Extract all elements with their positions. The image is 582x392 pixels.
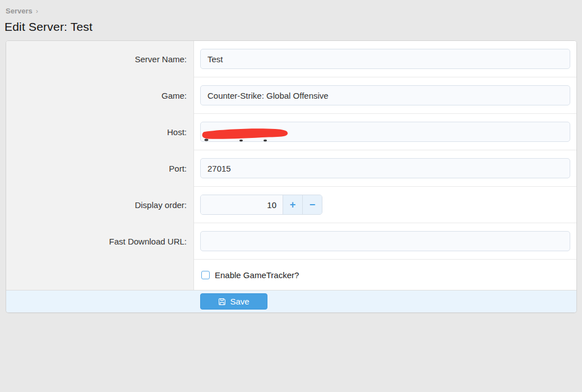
increment-button[interactable]: + bbox=[283, 195, 302, 214]
save-button[interactable]: Save bbox=[200, 293, 267, 310]
form-row-port: Port: bbox=[6, 150, 576, 187]
server-name-input[interactable] bbox=[200, 49, 570, 69]
breadcrumb-servers-link[interactable]: Servers bbox=[6, 7, 33, 15]
form-row-server-name: Server Name: bbox=[6, 41, 576, 77]
gametracker-input-cell: Enable GameTracker? bbox=[194, 260, 576, 290]
host-label: Host: bbox=[167, 127, 187, 137]
port-label-cell: Port: bbox=[6, 150, 194, 187]
host-input-cell bbox=[194, 114, 576, 150]
edit-server-form-card: Server Name: Game: Host: bbox=[6, 40, 577, 313]
form-row-host: Host: bbox=[6, 114, 576, 150]
form-row-game: Game: bbox=[6, 77, 576, 114]
fast-download-url-label: Fast Download URL: bbox=[109, 237, 187, 246]
display-order-input[interactable] bbox=[201, 195, 283, 214]
game-input[interactable] bbox=[200, 85, 570, 105]
display-order-stepper: + − bbox=[200, 195, 322, 215]
port-input-cell bbox=[194, 150, 576, 187]
game-label-cell: Game: bbox=[6, 77, 194, 114]
display-order-input-cell: + − bbox=[194, 187, 576, 223]
minus-icon: − bbox=[310, 200, 316, 210]
host-input[interactable] bbox=[200, 122, 570, 142]
save-button-label: Save bbox=[230, 297, 249, 306]
game-label: Game: bbox=[161, 91, 187, 100]
port-input[interactable] bbox=[200, 158, 570, 178]
server-name-input-cell bbox=[194, 41, 576, 77]
fast-download-url-label-cell: Fast Download URL: bbox=[6, 223, 194, 260]
floppy-disk-icon bbox=[218, 298, 226, 306]
form-row-gametracker: Enable GameTracker? bbox=[6, 260, 576, 290]
server-name-label-cell: Server Name: bbox=[6, 41, 194, 77]
host-label-cell: Host: bbox=[6, 114, 194, 150]
game-input-cell bbox=[194, 77, 576, 114]
port-label: Port: bbox=[169, 164, 187, 173]
fast-download-url-input-cell bbox=[194, 223, 576, 260]
form-row-fast-download-url: Fast Download URL: bbox=[6, 223, 576, 260]
form-footer: Save bbox=[6, 290, 576, 312]
decrement-button[interactable]: − bbox=[302, 195, 322, 214]
display-order-label-cell: Display order: bbox=[6, 187, 194, 223]
enable-gametracker-checkbox[interactable] bbox=[201, 271, 210, 279]
form-row-display-order: Display order: + − bbox=[6, 187, 576, 223]
page-header: Servers › Edit Server: Test bbox=[0, 0, 582, 34]
fast-download-url-input[interactable] bbox=[200, 231, 570, 251]
plus-icon: + bbox=[290, 200, 296, 210]
breadcrumb: Servers › bbox=[6, 7, 576, 15]
server-name-label: Server Name: bbox=[135, 54, 187, 64]
enable-gametracker-label[interactable]: Enable GameTracker? bbox=[215, 270, 299, 280]
display-order-label: Display order: bbox=[135, 200, 187, 210]
page-title: Edit Server: Test bbox=[4, 20, 576, 34]
gametracker-label-cell bbox=[6, 260, 194, 290]
chevron-right-icon: › bbox=[36, 7, 38, 15]
